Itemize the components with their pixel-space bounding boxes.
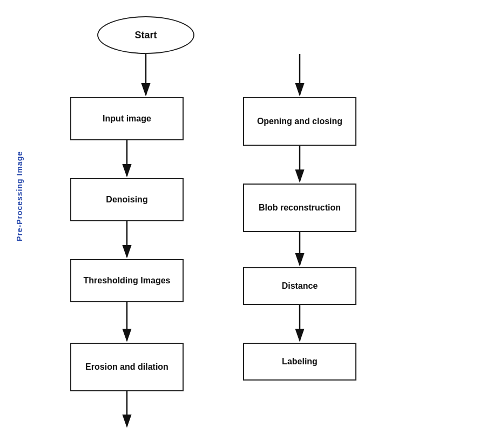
distance-label: Distance	[282, 281, 318, 291]
input-image-label: Input image	[103, 114, 151, 124]
box-opening: Opening and closing	[243, 97, 356, 146]
labeling-label: Labeling	[282, 357, 318, 366]
blob-label: Blob reconstruction	[259, 203, 341, 213]
box-thresholding: Thresholding Images	[70, 259, 184, 302]
vertical-label: Pre-Processing Image	[15, 151, 24, 241]
start-label: Start	[134, 30, 157, 41]
box-distance: Distance	[243, 267, 356, 305]
denoising-label: Denoising	[106, 195, 147, 205]
box-erosion: Erosion and dilation	[70, 343, 184, 391]
box-labeling: Labeling	[243, 343, 356, 381]
box-blob: Blob reconstruction	[243, 184, 356, 232]
erosion-label: Erosion and dilation	[85, 362, 168, 372]
thresholding-label: Thresholding Images	[84, 276, 171, 286]
start-oval: Start	[97, 16, 194, 54]
box-denoising: Denoising	[70, 178, 184, 221]
opening-label: Opening and closing	[257, 117, 342, 126]
box-input-image: Input image	[70, 97, 184, 140]
diagram-container: Pre-Processing Image Start Input image D…	[0, 0, 479, 448]
